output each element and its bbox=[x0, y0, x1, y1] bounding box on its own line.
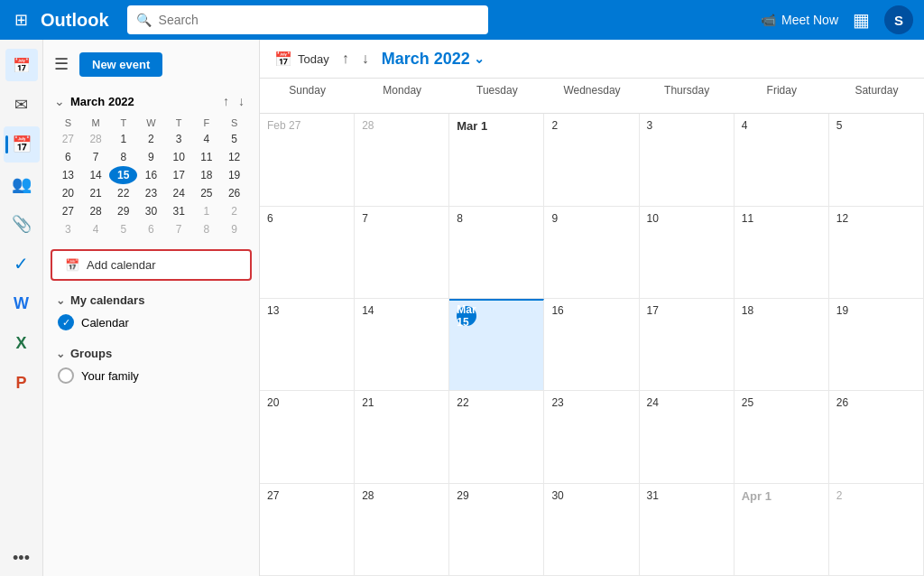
calendar-cell[interactable]: 14 bbox=[355, 299, 449, 391]
today-button[interactable]: 📅 Today bbox=[274, 51, 329, 68]
mini-cal-day[interactable]: 3 bbox=[54, 220, 82, 238]
mini-cal-day[interactable]: 7 bbox=[165, 220, 193, 238]
mini-cal-day[interactable]: 6 bbox=[54, 148, 82, 166]
nav-item-attach[interactable]: 📎 bbox=[4, 206, 40, 242]
calendar-cell[interactable]: 27 bbox=[260, 484, 355, 576]
mini-cal-day[interactable]: 26 bbox=[220, 184, 248, 202]
mini-cal-day[interactable]: 30 bbox=[137, 202, 165, 220]
calendar-cell[interactable]: 4 bbox=[735, 114, 829, 206]
calendar-cell[interactable]: 6 bbox=[260, 207, 355, 299]
mini-cal-day[interactable]: 5 bbox=[109, 220, 137, 238]
nav-item-word[interactable]: W bbox=[4, 285, 40, 321]
meet-now-button[interactable]: 📹 Meet Now bbox=[761, 13, 838, 27]
calendar-cell[interactable]: 29 bbox=[449, 484, 544, 576]
waffle-icon[interactable]: ⊞ bbox=[11, 6, 32, 33]
calendar-cell[interactable]: Mar 1 bbox=[449, 114, 544, 206]
mini-cal-day[interactable]: 1 bbox=[109, 130, 137, 148]
cal-next-button[interactable]: ↓ bbox=[356, 49, 374, 69]
mini-cal-day[interactable]: 8 bbox=[193, 220, 221, 238]
mini-cal-next-button[interactable]: ↓ bbox=[235, 92, 248, 110]
add-calendar-button[interactable]: 📅 Add calendar bbox=[51, 249, 252, 281]
mini-cal-day[interactable]: 14 bbox=[82, 166, 110, 184]
calendar-cell[interactable]: 28 bbox=[355, 484, 449, 576]
qr-icon[interactable]: ▦ bbox=[853, 9, 870, 31]
nav-item-excel[interactable]: X bbox=[4, 325, 40, 361]
calendar-item-family[interactable]: Your family bbox=[56, 364, 246, 387]
mini-cal-day[interactable]: 2 bbox=[137, 130, 165, 148]
cal-prev-button[interactable]: ↑ bbox=[337, 49, 355, 69]
hamburger-button[interactable]: ☰ bbox=[51, 51, 72, 78]
nav-item-powerpoint[interactable]: P bbox=[4, 365, 40, 401]
mini-cal-day[interactable]: 15 bbox=[109, 166, 137, 184]
mini-cal-day[interactable]: 11 bbox=[193, 148, 221, 166]
calendar-cell[interactable]: Feb 27 bbox=[260, 114, 355, 206]
nav-item-more[interactable]: ••• bbox=[4, 540, 40, 576]
calendar-cell[interactable]: 2 bbox=[544, 114, 639, 206]
calendar-cell[interactable]: 20 bbox=[260, 391, 355, 483]
mini-cal-day[interactable]: 29 bbox=[109, 202, 137, 220]
calendar-cell[interactable]: 18 bbox=[735, 299, 829, 391]
calendar-cell[interactable]: 30 bbox=[544, 484, 639, 576]
mini-cal-day[interactable]: 6 bbox=[137, 220, 165, 238]
calendar-item-main[interactable]: ✓ Calendar bbox=[56, 311, 246, 334]
calendar-cell[interactable]: Apr 1 bbox=[735, 484, 829, 576]
mini-cal-day[interactable]: 21 bbox=[82, 184, 110, 202]
my-calendars-header[interactable]: ⌄ My calendars bbox=[56, 288, 246, 311]
mini-cal-day[interactable]: 12 bbox=[220, 148, 248, 166]
nav-item-home[interactable]: 📅 bbox=[4, 47, 40, 83]
mini-cal-day[interactable]: 28 bbox=[82, 130, 110, 148]
mini-cal-day[interactable]: 8 bbox=[109, 148, 137, 166]
calendar-cell[interactable]: 21 bbox=[355, 391, 449, 483]
calendar-cell[interactable]: 26 bbox=[829, 391, 924, 483]
calendar-cell[interactable]: 12 bbox=[829, 207, 924, 299]
mini-cal-day[interactable]: 24 bbox=[165, 184, 193, 202]
calendar-cell[interactable]: 11 bbox=[735, 207, 829, 299]
mini-cal-day[interactable]: 4 bbox=[193, 130, 221, 148]
avatar[interactable]: S bbox=[884, 5, 913, 34]
mini-cal-day[interactable]: 19 bbox=[220, 166, 248, 184]
mini-cal-prev-button[interactable]: ↑ bbox=[219, 92, 233, 110]
calendar-cell[interactable]: 16 bbox=[544, 299, 639, 391]
calendar-month-title[interactable]: March 2022 ⌄ bbox=[382, 50, 485, 69]
calendar-cell[interactable]: 10 bbox=[640, 207, 735, 299]
search-input[interactable] bbox=[159, 13, 479, 27]
mini-cal-day[interactable]: 25 bbox=[193, 184, 221, 202]
search-bar[interactable]: 🔍 bbox=[127, 5, 488, 34]
mini-cal-day[interactable]: 18 bbox=[193, 166, 221, 184]
groups-header[interactable]: ⌄ Groups bbox=[56, 341, 246, 364]
mini-cal-day[interactable]: 7 bbox=[82, 148, 110, 166]
nav-item-mail[interactable]: ✉ bbox=[4, 87, 40, 123]
calendar-cell[interactable]: 19 bbox=[829, 299, 924, 391]
calendar-cell[interactable]: 2 bbox=[829, 484, 924, 576]
calendar-cell[interactable]: 25 bbox=[735, 391, 829, 483]
calendar-cell[interactable]: 8 bbox=[449, 207, 544, 299]
mini-cal-day[interactable]: 5 bbox=[220, 130, 248, 148]
calendar-cell[interactable]: 28 bbox=[355, 114, 449, 206]
mini-cal-day[interactable]: 17 bbox=[165, 166, 193, 184]
mini-cal-day[interactable]: 28 bbox=[82, 202, 110, 220]
nav-item-calendar[interactable]: 📅 bbox=[4, 126, 40, 163]
mini-cal-day[interactable]: 16 bbox=[137, 166, 165, 184]
calendar-cell[interactable]: 9 bbox=[544, 207, 639, 299]
mini-cal-day[interactable]: 31 bbox=[165, 202, 193, 220]
mini-cal-day[interactable]: 10 bbox=[165, 148, 193, 166]
calendar-cell[interactable]: 7 bbox=[355, 207, 449, 299]
calendar-cell[interactable]: 22 bbox=[449, 391, 544, 483]
mini-cal-day[interactable]: 13 bbox=[54, 166, 82, 184]
calendar-cell[interactable]: 3 bbox=[640, 114, 735, 206]
mini-cal-day[interactable]: 23 bbox=[137, 184, 165, 202]
new-event-button[interactable]: New event bbox=[79, 52, 162, 77]
mini-cal-day[interactable]: 3 bbox=[165, 130, 193, 148]
mini-cal-day[interactable]: 9 bbox=[220, 220, 248, 238]
mini-cal-collapse-icon[interactable]: ⌄ bbox=[54, 94, 65, 108]
mini-cal-day[interactable]: 27 bbox=[54, 202, 82, 220]
nav-item-tasks[interactable]: ✓ bbox=[4, 246, 40, 282]
calendar-cell[interactable]: 23 bbox=[544, 391, 639, 483]
calendar-cell[interactable]: 13 bbox=[260, 299, 355, 391]
mini-cal-day[interactable]: 22 bbox=[109, 184, 137, 202]
mini-cal-day[interactable]: 27 bbox=[54, 130, 82, 148]
mini-cal-day[interactable]: 2 bbox=[220, 202, 248, 220]
mini-cal-day[interactable]: 4 bbox=[82, 220, 110, 238]
mini-cal-day[interactable]: 9 bbox=[137, 148, 165, 166]
calendar-cell[interactable]: 17 bbox=[640, 299, 735, 391]
